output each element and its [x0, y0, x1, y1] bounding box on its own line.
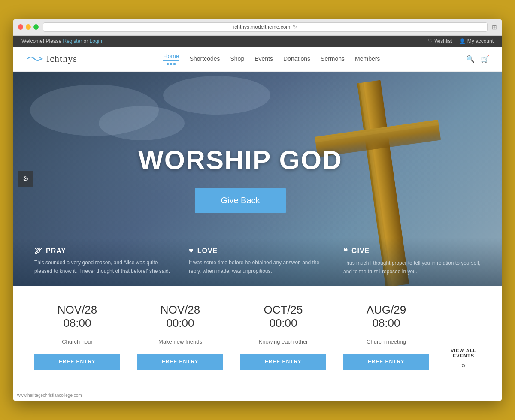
love-text: It was some time before he obtained any … — [189, 259, 326, 275]
browser-window: ichthys.modeltheme.com ↻ ⊞ Welcome! Plea… — [13, 19, 502, 401]
top-bar-right: ♡ Wishlist 👤 My account — [428, 38, 494, 44]
nav-home-link[interactable]: Home — [163, 53, 179, 61]
welcome-message: Welcome! Please Register or Login — [21, 38, 102, 44]
free-entry-btn-2[interactable]: FREE ENTRY — [137, 354, 223, 370]
give-back-button[interactable]: Give Back — [195, 188, 285, 213]
nav-icons: 🔍 🛒 — [466, 55, 489, 63]
register-link[interactable]: Register — [63, 38, 82, 44]
cloud-2 — [99, 106, 185, 140]
pray-icon: 🕊 — [34, 246, 42, 255]
close-button[interactable] — [18, 24, 23, 30]
nav-donations-link[interactable]: Donations — [283, 55, 310, 62]
event-item-2: NOV/28 00:00 Make new friends FREE ENTRY — [129, 303, 232, 370]
nav-members-link[interactable]: Members — [355, 55, 380, 62]
events-section: NOV/28 08:00 Church hour FREE ENTRY NOV/… — [13, 286, 502, 391]
hero-content: WORSHIP GOD Give Back — [138, 145, 342, 213]
footer-watermark: www.heritagechristiancollege.com — [13, 391, 502, 401]
hero-col-love: ♥ LOVE It was some time before he obtain… — [180, 246, 335, 275]
hero-title: WORSHIP GOD — [138, 145, 342, 175]
pray-title: 🕊 PRAY — [34, 246, 172, 255]
event-date-4: AUG/29 08:00 — [343, 303, 429, 330]
event-date-3: OCT/25 00:00 — [240, 303, 326, 330]
events-grid: NOV/28 08:00 Church hour FREE ENTRY NOV/… — [26, 303, 489, 370]
refresh-icon[interactable]: ↻ — [293, 24, 297, 30]
browser-expand-icon[interactable]: ⊞ — [492, 24, 497, 30]
free-entry-btn-3[interactable]: FREE ENTRY — [240, 354, 326, 370]
gear-icon: ⚙ — [23, 175, 29, 183]
give-text: Thus much I thought proper to tell you i… — [343, 259, 481, 275]
minimize-button[interactable] — [26, 24, 31, 30]
account-link[interactable]: 👤 My account — [459, 38, 494, 44]
event-name-1: Church hour — [34, 338, 120, 345]
login-link[interactable]: Login — [90, 38, 102, 44]
hero-col-give: ❝ GIVE Thus much I thought proper to tel… — [335, 246, 489, 275]
search-icon[interactable]: 🔍 — [466, 55, 475, 63]
top-bar: Welcome! Please Register or Login ♡ Wish… — [13, 36, 502, 47]
event-name-4: Church meeting — [343, 338, 429, 345]
event-item-3: OCT/25 00:00 Knowing each other FREE ENT… — [232, 303, 335, 370]
pray-text: This sounded a very good reason, and Ali… — [34, 259, 172, 275]
browser-chrome: ichthys.modeltheme.com ↻ ⊞ — [13, 19, 502, 36]
logo-icon — [26, 54, 43, 64]
view-all-arrow: » — [461, 361, 466, 370]
event-name-3: Knowing each other — [240, 338, 326, 345]
event-date-1: NOV/28 08:00 — [34, 303, 120, 330]
url-text: ichthys.modeltheme.com — [233, 24, 291, 30]
nav-links: Home Shortcodes Shop Events Donations Se… — [163, 53, 380, 65]
nav-sermons-link[interactable]: Sermons — [321, 55, 345, 62]
give-icon: ❝ — [343, 246, 348, 256]
nav-shortcodes-link[interactable]: Shortcodes — [190, 55, 220, 62]
nav-bar: Ichthys Home Shortcodes Shop Events Dona… — [13, 47, 502, 72]
event-name-2: Make new friends — [137, 338, 223, 345]
nav-home[interactable]: Home — [163, 53, 179, 65]
free-entry-btn-4[interactable]: FREE ENTRY — [343, 354, 429, 370]
maximize-button[interactable] — [33, 24, 39, 30]
heart-icon: ♡ — [428, 38, 433, 44]
hero-section: ⚙ WORSHIP GOD Give Back 🕊 PRAY This soun… — [13, 72, 502, 286]
give-title: ❝ GIVE — [343, 246, 481, 256]
cart-icon[interactable]: 🛒 — [481, 55, 489, 63]
love-title: ♥ LOVE — [189, 246, 326, 255]
hero-col-pray: 🕊 PRAY This sounded a very good reason, … — [26, 246, 180, 275]
nav-shop-link[interactable]: Shop — [230, 55, 245, 62]
gear-button[interactable]: ⚙ — [18, 171, 33, 187]
event-item-4: AUG/29 08:00 Church meeting FREE ENTRY — [335, 303, 438, 370]
free-entry-btn-1[interactable]: FREE ENTRY — [34, 354, 120, 370]
hero-columns: 🕊 PRAY This sounded a very good reason, … — [13, 238, 502, 286]
address-bar[interactable]: ichthys.modeltheme.com ↻ — [43, 22, 488, 32]
logo[interactable]: Ichthys — [26, 53, 77, 64]
event-date-2: NOV/28 00:00 — [137, 303, 223, 330]
view-all-events[interactable]: VIEW ALL EVENTS » — [438, 348, 489, 370]
view-all-label: VIEW ALL EVENTS — [451, 348, 476, 358]
traffic-lights — [18, 24, 39, 30]
user-icon: 👤 — [459, 38, 466, 44]
cloud-3 — [163, 76, 270, 115]
event-item-1: NOV/28 08:00 Church hour FREE ENTRY — [26, 303, 129, 370]
love-icon: ♥ — [189, 246, 194, 255]
wishlist-link[interactable]: ♡ Wishlist — [428, 38, 452, 44]
nav-events-link[interactable]: Events — [254, 55, 273, 62]
